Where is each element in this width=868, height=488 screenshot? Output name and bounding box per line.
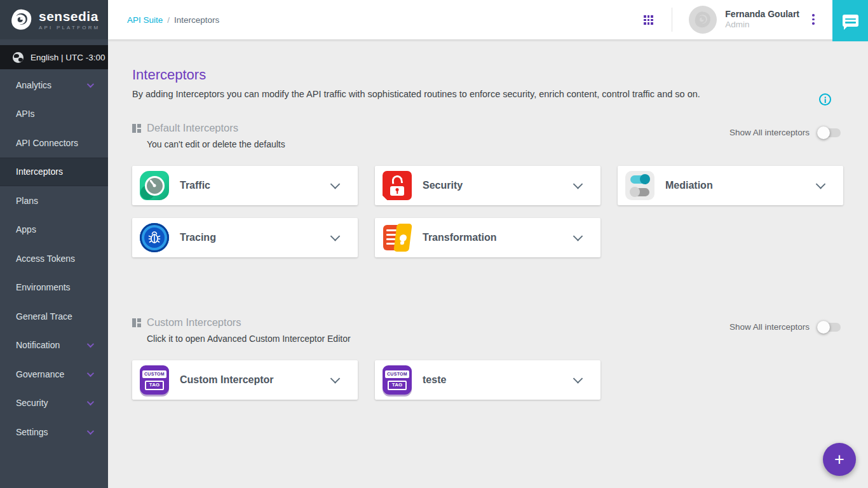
main-area: API Suite / Interceptors Fernanda Goular…	[108, 0, 868, 488]
sidebar-item-general-trace[interactable]: General Trace	[0, 302, 108, 331]
show-all-toggle[interactable]	[819, 323, 841, 332]
section-heading: Custom Interceptors Click it to open Adv…	[132, 316, 351, 344]
language-selector[interactable]: English | UTC -3:00	[0, 45, 108, 69]
user-menu: Fernanda Goulart Admin	[689, 6, 799, 34]
breadcrumb-current: Interceptors	[174, 15, 219, 25]
breadcrumb: API Suite / Interceptors	[127, 15, 219, 25]
card-label: Transformation	[423, 232, 496, 243]
show-all-toggle[interactable]	[819, 128, 841, 137]
chevron-down-icon[interactable]	[330, 179, 341, 189]
toggle-knob	[817, 126, 830, 139]
card-label: Mediation	[665, 180, 713, 191]
custom-interceptors-section-head: Custom Interceptors Click it to open Adv…	[132, 316, 843, 344]
custom-tag-top-label: CUSTOM	[385, 370, 409, 378]
page-content: Interceptors By adding Interceptors you …	[108, 39, 868, 488]
section-heading: Default Interceptors You can't edit or d…	[132, 122, 285, 149]
interceptor-card-custom-interceptor[interactable]: CUSTOM TAG Custom Interceptor	[132, 360, 358, 400]
page-description: By adding Interceptors you can modify th…	[132, 89, 843, 99]
avatar-swirl-icon	[694, 11, 712, 29]
sidebar-item-label: Apps	[16, 224, 36, 234]
chevron-down-icon	[87, 81, 94, 88]
chevron-down-icon[interactable]	[330, 231, 341, 241]
sidebar-item-governance[interactable]: Governance	[0, 360, 108, 389]
show-all-toggle-row: Show All interceptors	[729, 128, 843, 137]
chevron-down-icon[interactable]	[573, 374, 583, 384]
interceptor-card-teste[interactable]: CUSTOM TAG teste	[375, 360, 600, 400]
apps-grid-icon[interactable]	[644, 15, 653, 25]
sidebar-item-analytics[interactable]: Analytics	[0, 71, 108, 100]
user-names: Fernanda Goulart Admin	[725, 9, 799, 30]
interceptor-card-tracing[interactable]: Tracing	[132, 218, 358, 257]
sidebar-item-plans[interactable]: Plans	[0, 186, 108, 215]
sidebar-item-access-tokens[interactable]: Access Tokens	[0, 244, 108, 273]
chevron-down-icon	[87, 428, 94, 435]
toggle-knob	[817, 321, 830, 334]
sidebar-item-label: Governance	[16, 369, 64, 379]
transformation-docs-icon	[383, 223, 412, 252]
topbar: API Suite / Interceptors Fernanda Goular…	[108, 0, 868, 39]
tracing-bug-icon	[140, 223, 169, 252]
section-title: Default Interceptors	[147, 122, 238, 134]
custom-tag-icon: CUSTOM TAG	[140, 365, 169, 395]
sidebar-item-notification[interactable]: Notification	[0, 331, 108, 360]
sidebar-item-settings[interactable]: Settings	[0, 417, 108, 447]
section-subtitle: You can't edit or delete the defaults	[147, 139, 285, 149]
chevron-down-icon[interactable]	[573, 179, 583, 189]
sidebar-item-label: General Trace	[16, 311, 72, 322]
chevron-down-icon	[87, 341, 94, 348]
section-title: Custom Interceptors	[147, 316, 241, 329]
chevron-down-icon[interactable]	[816, 179, 826, 189]
sidebar-item-label: Environments	[16, 282, 71, 292]
card-label: Custom Interceptor	[180, 374, 274, 386]
sidebar-item-label: Analytics	[16, 80, 51, 90]
brand-tagline: API PLATFORM	[39, 25, 100, 30]
custom-tag-icon: CUSTOM TAG	[383, 365, 412, 395]
custom-tag-bottom-label: TAG	[388, 381, 407, 390]
sidebar-item-label: Plans	[16, 196, 38, 206]
custom-tag-top-label: CUSTOM	[142, 370, 166, 378]
breadcrumb-root-link[interactable]: API Suite	[127, 15, 163, 25]
brand-logo[interactable]: sensedia API PLATFORM	[0, 0, 108, 39]
brand-text: sensedia API PLATFORM	[39, 10, 100, 30]
chevron-down-icon	[87, 370, 94, 377]
section-grid-icon	[132, 124, 141, 133]
interceptor-card-mediation[interactable]: Mediation	[618, 166, 843, 205]
security-lock-icon	[383, 171, 412, 200]
user-name: Fernanda Goulart	[725, 9, 799, 20]
chat-button[interactable]	[832, 0, 868, 41]
add-interceptor-fab[interactable]: +	[823, 443, 856, 476]
interceptor-card-transformation[interactable]: Transformation	[375, 218, 600, 257]
sidebar-item-apis[interactable]: APIs	[0, 100, 108, 129]
sidebar-item-api-connectors[interactable]: API Connectors	[0, 128, 108, 158]
sidebar-item-label: Notification	[16, 340, 60, 350]
brand-name: sensedia	[39, 10, 100, 23]
sidebar-item-label: Access Tokens	[16, 254, 75, 264]
card-label: teste	[423, 374, 446, 386]
sidebar-item-label: API Connectors	[16, 138, 78, 148]
sidebar-item-label: APIs	[16, 109, 35, 119]
language-label: English | UTC -3:00	[31, 53, 105, 62]
avatar[interactable]	[689, 6, 717, 34]
globe-icon	[13, 52, 24, 63]
topbar-divider	[672, 8, 672, 32]
sidebar-item-security[interactable]: Security	[0, 389, 108, 418]
breadcrumb-separator: /	[167, 15, 170, 25]
sidebar-item-environments[interactable]: Environments	[0, 273, 108, 302]
user-role: Admin	[725, 20, 799, 30]
kebab-menu-icon[interactable]	[812, 14, 815, 25]
interceptor-card-traffic[interactable]: Traffic	[132, 166, 358, 205]
card-label: Traffic	[180, 180, 210, 191]
mediation-toggles-icon	[625, 171, 654, 200]
chevron-down-icon[interactable]	[330, 374, 341, 384]
default-interceptors-section-head: Default Interceptors You can't edit or d…	[132, 122, 843, 149]
chat-icon	[843, 15, 858, 27]
card-label: Tracing	[180, 232, 216, 243]
chevron-down-icon[interactable]	[573, 231, 583, 241]
app-root: sensedia API PLATFORM English | UTC -3:0…	[0, 0, 868, 488]
sidebar-nav: Analytics APIs API Connectors Intercepto…	[0, 69, 108, 447]
interceptor-card-security[interactable]: Security	[375, 166, 600, 205]
sidebar-item-apps[interactable]: Apps	[0, 215, 108, 245]
chevron-down-icon	[87, 398, 94, 405]
info-icon[interactable]	[819, 93, 831, 105]
sidebar-item-interceptors[interactable]: Interceptors	[0, 158, 108, 187]
